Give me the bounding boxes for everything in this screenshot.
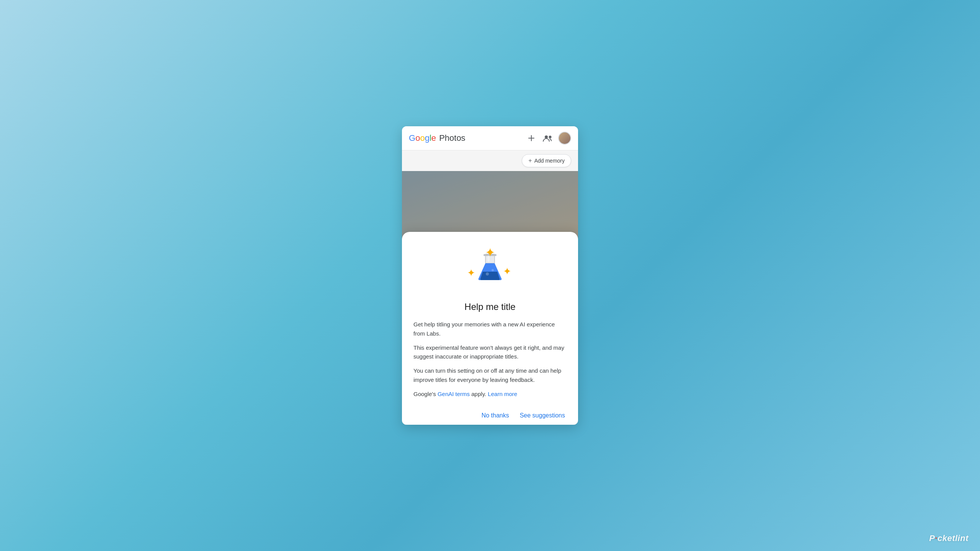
svg-point-5 (486, 272, 489, 276)
svg-point-1 (549, 136, 552, 139)
sparkle-left-icon: ✦ (467, 267, 475, 279)
logo-g: G (409, 133, 415, 143)
genai-prefix: Google's (413, 391, 438, 397)
add-memory-button[interactable]: + Add memory (522, 154, 571, 167)
sub-header: + Add memory (402, 150, 578, 171)
dialog-paragraph-3: You can turn this setting on or off at a… (413, 366, 567, 384)
svg-point-0 (545, 135, 548, 139)
sparkle-top-icon: ✦ (485, 245, 495, 260)
add-memory-plus-icon: + (528, 157, 532, 164)
learn-more-link[interactable]: Learn more (488, 391, 517, 397)
logo-g2: g (425, 133, 430, 143)
phone-frame: Google Photos + (402, 126, 578, 425)
watermark-dot: · (935, 533, 938, 543)
dialog-title: Help me title (413, 302, 567, 312)
logo-photos: Photos (437, 133, 466, 143)
dialog-body: Get help titling your memories with a ne… (413, 320, 567, 398)
dialog-paragraph-1: Get help titling your memories with a ne… (413, 320, 567, 338)
dialog-illustration: ✦ ✦ ✦ (413, 243, 567, 293)
photo-content: ✦ ✦ ✦ (402, 171, 578, 425)
add-icon[interactable] (526, 133, 537, 143)
see-suggestions-button[interactable]: See suggestions (518, 409, 567, 422)
flask-container: ✦ ✦ ✦ (467, 245, 513, 291)
svg-point-6 (492, 269, 494, 271)
dialog-footer: No thanks See suggestions (413, 404, 567, 422)
logo-o1: o (415, 133, 420, 143)
dialog-terms-paragraph: Google's GenAI terms apply. Learn more (413, 390, 567, 398)
watermark-text: cketlint (938, 533, 969, 543)
share-people-icon[interactable] (542, 133, 553, 143)
watermark-p: P (929, 533, 935, 543)
genai-terms-link[interactable]: GenAI terms (438, 391, 470, 397)
dialog-overlay: ✦ ✦ ✦ (402, 171, 578, 425)
logo-e: e (431, 133, 436, 143)
help-me-title-dialog: ✦ ✦ ✦ (402, 232, 578, 425)
sparkle-right-icon: ✦ (503, 266, 511, 277)
header-icons (526, 132, 571, 145)
app-header: Google Photos (402, 126, 578, 150)
no-thanks-button[interactable]: No thanks (480, 409, 511, 422)
dialog-paragraph-2: This experimental feature won't always g… (413, 343, 567, 361)
app-logo: Google Photos (409, 133, 466, 143)
logo-o2: o (420, 133, 425, 143)
genai-suffix: apply. (470, 391, 488, 397)
add-memory-label: Add memory (534, 158, 565, 164)
pocketlint-watermark: P·cketlint (929, 533, 969, 543)
user-avatar[interactable] (558, 132, 571, 145)
